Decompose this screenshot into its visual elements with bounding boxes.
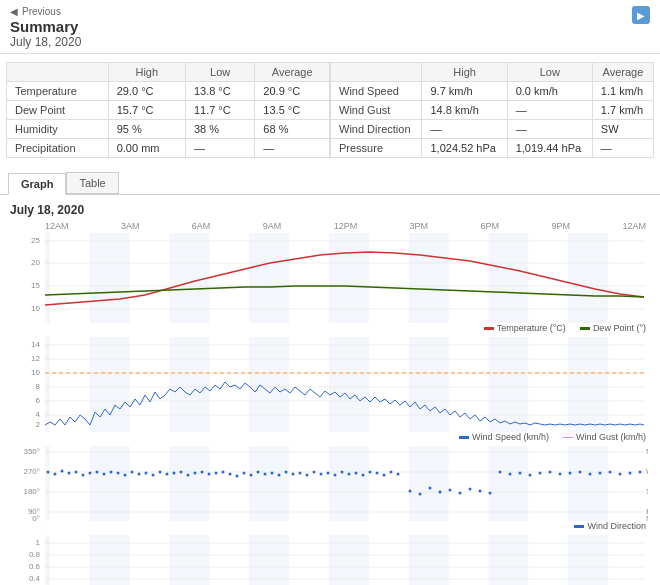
svg-point-63 bbox=[173, 472, 176, 475]
svg-text:1: 1 bbox=[36, 538, 41, 547]
svg-point-92 bbox=[376, 472, 379, 475]
svg-point-110 bbox=[549, 471, 552, 474]
svg-text:W: W bbox=[646, 467, 648, 476]
dewpoint-color bbox=[580, 327, 590, 330]
svg-text:25: 25 bbox=[31, 236, 40, 245]
tab-graph[interactable]: Graph bbox=[8, 173, 66, 195]
svg-text:12: 12 bbox=[31, 354, 40, 363]
svg-rect-2 bbox=[45, 233, 644, 323]
svg-point-54 bbox=[110, 471, 113, 474]
winddir-legend-item: Wind Direction bbox=[574, 521, 646, 531]
prev-link[interactable]: ◀ Previous bbox=[10, 6, 81, 17]
time-6am: 6AM bbox=[192, 221, 211, 231]
svg-point-88 bbox=[348, 473, 351, 476]
svg-point-81 bbox=[299, 472, 302, 475]
svg-point-76 bbox=[264, 473, 267, 476]
svg-point-65 bbox=[187, 474, 190, 477]
svg-point-87 bbox=[341, 471, 344, 474]
svg-point-116 bbox=[609, 471, 612, 474]
next-button[interactable]: ▶ bbox=[632, 6, 650, 24]
svg-point-95 bbox=[397, 473, 400, 476]
wind-chart-svg: 14 12 10 8 6 4 2 bbox=[10, 337, 648, 432]
svg-point-101 bbox=[459, 492, 462, 495]
svg-point-111 bbox=[559, 473, 562, 476]
col-header-high-left: High bbox=[108, 63, 185, 82]
svg-point-57 bbox=[131, 471, 134, 474]
winddir-chart-svg: 350° 270° 180° 90° 0° N W S E N bbox=[10, 446, 648, 521]
svg-point-56 bbox=[124, 474, 127, 477]
svg-text:270°: 270° bbox=[23, 467, 40, 476]
svg-rect-30 bbox=[45, 446, 644, 521]
svg-point-114 bbox=[589, 473, 592, 476]
svg-text:180°: 180° bbox=[23, 487, 40, 496]
svg-point-52 bbox=[96, 471, 99, 474]
svg-point-90 bbox=[362, 474, 365, 477]
svg-point-118 bbox=[629, 472, 632, 475]
svg-point-64 bbox=[180, 471, 183, 474]
dewpoint-legend-label: Dew Point (°) bbox=[593, 323, 646, 333]
svg-point-100 bbox=[449, 489, 452, 492]
winddir-legend: Wind Direction bbox=[10, 521, 650, 531]
table-row: Humidity95 %38 %68 % bbox=[7, 120, 330, 139]
precip-chart-block: 1 0.8 0.6 0.4 0.2 0 Precip. Accum. Total… bbox=[10, 535, 650, 585]
svg-point-107 bbox=[519, 472, 522, 475]
svg-point-98 bbox=[429, 487, 432, 490]
summary-section: High Low Average Temperature29.0 °C13.8 … bbox=[0, 54, 660, 166]
svg-text:4: 4 bbox=[36, 410, 41, 419]
svg-point-49 bbox=[75, 471, 78, 474]
svg-point-108 bbox=[529, 474, 532, 477]
tab-table[interactable]: Table bbox=[66, 172, 118, 194]
svg-point-51 bbox=[89, 472, 92, 475]
time-12am-start: 12AM bbox=[45, 221, 69, 231]
svg-point-72 bbox=[236, 475, 239, 478]
svg-text:S: S bbox=[646, 487, 648, 496]
time-axis: 12AM 3AM 6AM 9AM 12PM 3PM 6PM 9PM 12AM bbox=[45, 221, 646, 231]
left-summary-table: High Low Average Temperature29.0 °C13.8 … bbox=[6, 62, 330, 158]
windspeed-legend-label: Wind Speed (km/h) bbox=[472, 432, 549, 442]
svg-point-83 bbox=[313, 471, 316, 474]
time-12am-end: 12AM bbox=[622, 221, 646, 231]
table-row: Temperature29.0 °C13.8 °C20.9 °C bbox=[7, 82, 330, 101]
svg-text:0°: 0° bbox=[32, 514, 40, 521]
svg-point-79 bbox=[285, 471, 288, 474]
table-row: Dew Point15.7 °C11.7 °C13.5 °C bbox=[7, 101, 330, 120]
svg-point-86 bbox=[334, 474, 337, 477]
svg-text:0.8: 0.8 bbox=[29, 550, 41, 559]
time-6pm: 6PM bbox=[481, 221, 500, 231]
windgust-legend-item: Wind Gust (km/h) bbox=[563, 432, 646, 442]
page-header: ◀ Previous Summary July 18, 2020 ▶ bbox=[0, 0, 660, 54]
table-row: Precipitation0.00 mm—— bbox=[7, 139, 330, 158]
col-header-avg-right: Average bbox=[592, 63, 653, 82]
summary-left: High Low Average Temperature29.0 °C13.8 … bbox=[6, 54, 330, 166]
svg-point-45 bbox=[47, 471, 50, 474]
time-12pm: 12PM bbox=[334, 221, 358, 231]
svg-text:0.4: 0.4 bbox=[29, 574, 41, 583]
svg-text:14: 14 bbox=[31, 340, 40, 349]
col-header-empty bbox=[7, 63, 109, 82]
svg-point-58 bbox=[138, 473, 141, 476]
summary-right: High Low Average Wind Speed9.7 km/h0.0 k… bbox=[330, 54, 654, 166]
temp-color bbox=[484, 327, 494, 330]
prev-label: Previous bbox=[22, 6, 61, 17]
chart-section: July 18, 2020 12AM 3AM 6AM 9AM 12PM 3PM … bbox=[0, 195, 660, 585]
svg-point-60 bbox=[152, 474, 155, 477]
dewpoint-legend-item: Dew Point (°) bbox=[580, 323, 646, 333]
tabs-bar: Graph Table bbox=[0, 166, 660, 195]
svg-text:6: 6 bbox=[36, 396, 41, 405]
temp-legend: Temperature (°C) Dew Point (°) bbox=[10, 323, 650, 333]
svg-point-112 bbox=[569, 472, 572, 475]
winddir-chart-block: 350° 270° 180° 90° 0° N W S E N bbox=[10, 446, 650, 531]
svg-point-117 bbox=[619, 473, 622, 476]
svg-text:10: 10 bbox=[31, 368, 40, 377]
svg-point-62 bbox=[166, 473, 169, 476]
svg-text:0.6: 0.6 bbox=[29, 562, 41, 571]
svg-point-82 bbox=[306, 474, 309, 477]
time-9am: 9AM bbox=[263, 221, 282, 231]
svg-point-46 bbox=[54, 473, 57, 476]
svg-point-73 bbox=[243, 472, 246, 475]
svg-point-106 bbox=[509, 473, 512, 476]
right-summary-table: High Low Average Wind Speed9.7 km/h0.0 k… bbox=[330, 62, 654, 158]
svg-point-59 bbox=[145, 472, 148, 475]
winddir-legend-label: Wind Direction bbox=[587, 521, 646, 531]
svg-point-119 bbox=[639, 471, 642, 474]
